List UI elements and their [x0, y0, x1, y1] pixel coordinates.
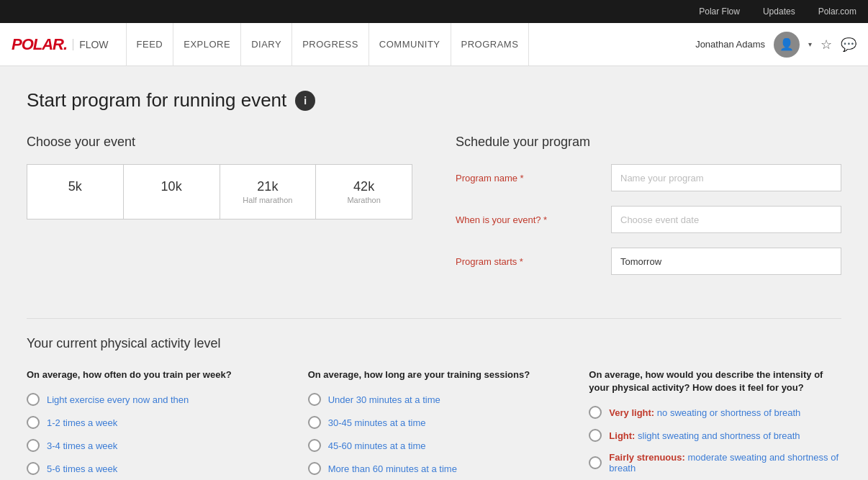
nav-diary[interactable]: DIARY	[241, 23, 292, 66]
radio-circle	[27, 439, 40, 452]
flow-label: FLOW	[73, 39, 108, 50]
program-name-label: Program name *	[456, 173, 600, 184]
radio-label: 3-4 times a week	[47, 440, 117, 451]
schedule-program-section: Schedule your program Program name * Whe…	[456, 135, 841, 289]
intensity-question: On average, how would you describe the i…	[589, 368, 841, 394]
topbar-updates[interactable]: Updates	[751, 0, 807, 23]
activity-title: Your current physical activity level	[27, 336, 841, 351]
radio-1-2-times[interactable]: 1-2 times a week	[27, 416, 279, 429]
activity-section: Your current physical activity level On …	[27, 336, 841, 480]
top-bar: Polar Flow Updates Polar.com	[0, 0, 868, 23]
topbar-polar-com[interactable]: Polar.com	[807, 0, 868, 23]
program-name-input[interactable]	[611, 164, 841, 191]
nav-explore[interactable]: EXPLORE	[173, 23, 241, 66]
user-name: Jonathan Adams	[695, 39, 765, 50]
chat-icon[interactable]: 💬	[841, 37, 856, 53]
info-icon[interactable]: i	[295, 91, 315, 111]
radio-more-60[interactable]: More than 60 minutes at a time	[308, 462, 561, 475]
nav-links: FEED EXPLORE DIARY PROGRESS COMMUNITY PR…	[126, 23, 696, 66]
radio-label: Light exercise every now and then	[47, 394, 189, 405]
event-date-label: When is your event? *	[456, 214, 600, 225]
radio-circle	[589, 429, 602, 442]
divider	[27, 318, 841, 319]
activity-col-duration: On average, how long are your training s…	[308, 368, 561, 480]
program-starts-group: Program starts *	[456, 248, 841, 275]
nav-right: Jonathan Adams 👤 ▾ ☆ 💬	[695, 32, 856, 58]
event-date-input[interactable]	[611, 206, 841, 233]
radio-circle	[308, 416, 321, 429]
radio-fairly-strenuous[interactable]: Fairly strenuous: moderate sweating and …	[589, 452, 841, 474]
dropdown-arrow-icon[interactable]: ▾	[808, 40, 812, 48]
program-name-group: Program name *	[456, 164, 841, 191]
radio-under-30[interactable]: Under 30 minutes at a time	[308, 393, 561, 406]
page-content: Start program for running event i Choose…	[9, 66, 859, 480]
radio-circle	[308, 393, 321, 406]
schedule-program-title: Schedule your program	[456, 135, 841, 150]
radio-label: 45-60 minutes at a time	[328, 440, 426, 451]
radio-3-4-times[interactable]: 3-4 times a week	[27, 439, 279, 452]
choose-event-title: Choose your event	[27, 135, 412, 150]
radio-circle	[27, 462, 40, 475]
radio-45-60[interactable]: 45-60 minutes at a time	[308, 439, 561, 452]
radio-circle	[308, 462, 321, 475]
radio-label: 5-6 times a week	[47, 463, 117, 474]
radio-label: Under 30 minutes at a time	[328, 394, 440, 405]
star-icon[interactable]: ☆	[820, 37, 832, 53]
logo-area: POLAR. FLOW	[12, 35, 109, 54]
radio-light[interactable]: Light: slight sweating and shortness of …	[589, 429, 841, 442]
activity-col-frequency: On average, how often do you train per w…	[27, 368, 279, 480]
nav-programs[interactable]: PROGRAMS	[451, 23, 530, 66]
polar-logo: POLAR.	[12, 35, 67, 54]
radio-very-light[interactable]: Very light: no sweating or shortness of …	[589, 406, 841, 419]
two-col-layout: Choose your event 5k 10k 21k Half marath…	[27, 135, 841, 289]
program-starts-label: Program starts *	[456, 256, 600, 267]
radio-5-6-times[interactable]: 5-6 times a week	[27, 462, 279, 475]
program-starts-input[interactable]	[611, 248, 841, 275]
radio-light-exercise[interactable]: Light exercise every now and then	[27, 393, 279, 406]
radio-label: 1-2 times a week	[47, 417, 117, 428]
radio-circle	[308, 439, 321, 452]
radio-30-45[interactable]: 30-45 minutes at a time	[308, 416, 561, 429]
event-42k[interactable]: 42k Marathon	[316, 165, 412, 219]
frequency-question: On average, how often do you train per w…	[27, 368, 279, 381]
page-title: Start program for running event i	[27, 89, 841, 112]
radio-label: Very light: no sweating or shortness of …	[609, 407, 800, 418]
radio-label: More than 60 minutes at a time	[328, 463, 457, 474]
radio-label: Fairly strenuous: moderate sweating and …	[609, 452, 841, 474]
radio-circle	[27, 393, 40, 406]
topbar-polar-flow[interactable]: Polar Flow	[687, 0, 751, 23]
avatar[interactable]: 👤	[774, 32, 800, 58]
radio-label: Light: slight sweating and shortness of …	[609, 430, 800, 441]
event-date-group: When is your event? *	[456, 206, 841, 233]
duration-question: On average, how long are your training s…	[308, 368, 561, 381]
activity-col-intensity: On average, how would you describe the i…	[589, 368, 841, 480]
choose-event-section: Choose your event 5k 10k 21k Half marath…	[27, 135, 412, 289]
event-5k[interactable]: 5k	[27, 165, 124, 219]
event-21k[interactable]: 21k Half marathon	[220, 165, 317, 219]
radio-circle	[589, 406, 602, 419]
nav-progress[interactable]: PROGRESS	[292, 23, 369, 66]
event-chooser: 5k 10k 21k Half marathon 42k Marathon	[27, 164, 412, 219]
event-10k[interactable]: 10k	[124, 165, 220, 219]
activity-grid: On average, how often do you train per w…	[27, 368, 841, 480]
nav-community[interactable]: COMMUNITY	[369, 23, 451, 66]
nav-feed[interactable]: FEED	[126, 23, 174, 66]
radio-label: 30-45 minutes at a time	[328, 417, 426, 428]
radio-circle	[589, 456, 602, 469]
main-nav: POLAR. FLOW FEED EXPLORE DIARY PROGRESS …	[0, 23, 868, 66]
radio-circle	[27, 416, 40, 429]
